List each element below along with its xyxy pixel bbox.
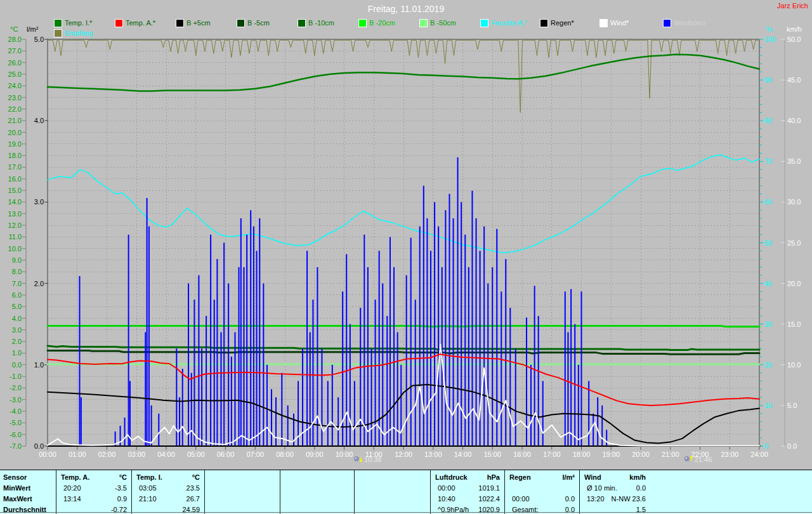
arrow-up-icon [360, 456, 362, 462]
table-row-label: MaxWert [3, 494, 32, 504]
temp-axis-label: -1.0 [10, 372, 22, 380]
wind-axis-label: 40.0 [787, 117, 801, 124]
table-column-divider [354, 470, 355, 514]
percent-axis-label: 80 [764, 117, 772, 124]
percent-axis-label: 60 [764, 198, 772, 206]
time-label: 10:00 [336, 451, 353, 458]
percent-axis-label: 0 [764, 442, 768, 450]
annotation-time-label: 10:38 [364, 456, 382, 463]
temp-axis-label: 16.0 [8, 175, 22, 183]
summary-table: SensorMinWertMaxWertDurchschnittTemp. A.… [0, 470, 812, 514]
temp-axis-label: 19.0 [8, 140, 22, 148]
y-axis-wind: 0.05.010.015.020.025.030.035.040.045.050… [781, 36, 801, 450]
temp-axis-label: 20.0 [8, 129, 22, 136]
temp-axis-label: -3.0 [10, 396, 22, 404]
table-bottom-border [0, 512, 812, 513]
time-label: 13:00 [424, 451, 442, 458]
temp-axis-label: 4.0 [12, 315, 22, 322]
moon-icon [354, 456, 359, 461]
temp-axis-label: -2.0 [10, 384, 22, 392]
temp-axis-label: 23.0 [8, 94, 22, 102]
table-column-divider [204, 470, 205, 514]
table-col-unit: km/h [579, 472, 646, 483]
temp-axis-label: -6.0 [10, 431, 22, 438]
temp-axis-label: 0.0 [12, 361, 22, 369]
rain-axis-label: 5.0 [34, 36, 44, 43]
time-label: 16:00 [513, 451, 531, 458]
temp-axis-label: 12.0 [8, 221, 22, 229]
wind-axis-label: 45.0 [787, 76, 801, 84]
rain-axis-label: 2.0 [34, 280, 44, 287]
percent-axis-label: 30 [764, 320, 772, 328]
table-cell-value: -3.5 [56, 483, 127, 494]
table-cell-value: 0.0 [579, 483, 646, 494]
table-cell-value: 26.7 [131, 494, 200, 504]
table-col-unit: °C [56, 472, 127, 483]
annotation-time-label: 21:46 [695, 456, 712, 463]
time-label: 20:00 [632, 451, 650, 458]
time-label: 12:00 [395, 451, 412, 458]
table-col-unit: l/m² [504, 472, 575, 483]
time-label: 02:00 [98, 451, 116, 458]
percent-axis-label: 40 [764, 280, 772, 287]
temp-axis-label: 25.0 [8, 70, 22, 78]
percent-axis-label: 100 [764, 36, 776, 43]
rain-axis-label: 4.0 [34, 117, 44, 124]
temp-axis-label: 11.0 [8, 233, 22, 241]
temp-axis-label: 27.0 [8, 47, 22, 55]
moonrise-marker: 10:38 [354, 456, 382, 463]
wind-axis-label: 15.0 [787, 320, 801, 328]
rain-axis-label: 1.0 [34, 361, 44, 369]
time-label: 07:00 [246, 451, 264, 458]
time-label: 24:00 [750, 451, 768, 458]
wind-axis-label: 35.0 [787, 157, 801, 165]
percent-axis-label: 20 [764, 361, 772, 369]
temp-axis-label: 26.0 [8, 59, 22, 67]
temp-axis-label: 22.0 [8, 105, 22, 113]
temp-axis-label: 9.0 [12, 256, 22, 264]
temp-axis-label: 28.0 [8, 36, 22, 43]
table-cell-value: 23.5 [131, 483, 200, 494]
temp-axis-label: 3.0 [12, 326, 22, 334]
wind-axis-label: 10.0 [787, 361, 801, 369]
arrow-down-icon [690, 456, 693, 462]
temp-axis-label: 17.0 [8, 163, 22, 171]
y-axis-rain: 5.04.03.02.01.00.0 [34, 36, 48, 450]
time-label: 06:00 [217, 451, 235, 458]
temp-axis-label: -4.0 [10, 407, 22, 415]
temp-axis-label: 24.0 [8, 82, 22, 89]
x-axis-time: 00:0001:0002:0003:0004:0005:0006:0007:00… [39, 447, 768, 458]
moonset-marker: 21:46 [684, 456, 712, 463]
temp-axis-label: 7.0 [12, 280, 22, 287]
temp-axis-label: 10.0 [8, 245, 22, 253]
wind-axis-label: 25.0 [787, 239, 801, 247]
table-col-unit: °C [131, 472, 200, 483]
moon-icon [684, 456, 690, 461]
table-cell-value: 1019.1 [430, 483, 500, 494]
percent-axis-label: 70 [764, 157, 772, 165]
table-col-unit: hPa [430, 472, 500, 483]
temp-axis-label: 18.0 [8, 152, 22, 159]
temp-axis-label: 14.0 [8, 198, 22, 206]
rain-axis-label: 3.0 [34, 198, 44, 206]
temp-axis-label: 2.0 [12, 338, 22, 345]
time-label: 21:00 [662, 451, 679, 458]
percent-axis-label: 10 [764, 402, 772, 409]
temp-axis-label: 21.0 [8, 117, 22, 124]
weather-chart: 28.027.026.025.024.023.022.021.020.019.0… [0, 0, 812, 514]
time-label: 09:00 [306, 451, 324, 458]
table-column-divider [280, 470, 280, 514]
temp-axis-label: -7.0 [10, 442, 22, 450]
series-b-20cm [48, 326, 759, 326]
time-label: 14:00 [454, 451, 472, 458]
temp-axis-label: 8.0 [12, 268, 22, 275]
weather-app-window: Freitag, 11.01.2019 Jarz Erich °C l/m² %… [0, 0, 812, 514]
wind-axis-label: 30.0 [787, 198, 801, 206]
plot-border [48, 39, 761, 446]
wind-axis-label: 5.0 [787, 402, 797, 409]
rain-axis-label: 0.0 [34, 442, 44, 450]
time-label: 17:00 [543, 451, 561, 458]
percent-axis-label: 90 [764, 76, 772, 84]
time-label: 00:00 [39, 451, 56, 458]
table-cell-value: 0.9 [56, 494, 127, 504]
